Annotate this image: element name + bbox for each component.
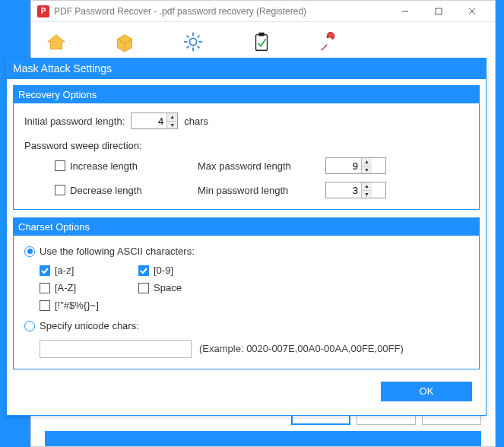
charset-options-header: Charset Options	[14, 218, 479, 236]
charset-symbols-checkbox[interactable]: [!"#$%{}~]	[40, 300, 138, 311]
min-length-stepper[interactable]: ▲▼	[325, 182, 386, 198]
max-length-label: Max password length	[198, 160, 319, 172]
dialog-title: Mask Attack Settings	[7, 59, 486, 79]
svg-marker-4	[48, 35, 65, 49]
home-icon[interactable]	[45, 30, 68, 53]
charset-upper-az-checkbox[interactable]: [A-Z]	[40, 282, 138, 293]
toolbar	[31, 22, 495, 57]
max-length-stepper[interactable]: ▲▼	[325, 157, 386, 174]
max-length-spinner[interactable]: ▲▼	[361, 158, 372, 173]
initial-length-spinner[interactable]: ▲▼	[166, 113, 177, 128]
recovery-options-panel: Recovery Options Initial password length…	[13, 85, 480, 210]
ascii-radio[interactable]: Use the following ASCII characters:	[24, 246, 195, 257]
min-length-input[interactable]	[326, 182, 361, 198]
ascii-radio-label: Use the following ASCII characters:	[40, 246, 195, 257]
svg-rect-1	[436, 8, 442, 14]
charset-az-label: [a-z]	[55, 265, 74, 276]
initial-length-label: Initial password length:	[24, 116, 125, 127]
progress-bar	[45, 431, 481, 446]
spin-up-icon[interactable]: ▲	[167, 113, 177, 122]
unicode-radio-label: Specify unicode chars:	[40, 320, 139, 331]
app-icon: P	[37, 5, 49, 17]
box-icon[interactable]	[113, 30, 136, 53]
window-title: PDF Password Recover - .pdf password rec…	[54, 6, 388, 17]
decrease-length-checkbox[interactable]: Decrease length	[55, 185, 192, 196]
initial-length-row: Initial password length: ▲▼ chars	[24, 113, 468, 129]
min-length-label: Min password length	[198, 185, 319, 196]
close-button[interactable]	[455, 1, 489, 22]
svg-line-16	[198, 36, 200, 38]
charset-symbols-label: [!"#$%{}~]	[55, 300, 99, 311]
recovery-options-header: Recovery Options	[14, 86, 479, 103]
chars-suffix: chars	[184, 116, 208, 127]
increase-length-label: Increase length	[70, 160, 138, 172]
increase-length-checkbox[interactable]: Increase length	[55, 160, 192, 172]
svg-line-15	[198, 46, 200, 49]
charset-space-checkbox[interactable]: Space	[138, 282, 237, 293]
sweep-label: Password sweep direction:	[24, 140, 468, 151]
minimize-button[interactable]	[388, 1, 422, 22]
ok-button[interactable]: OK	[381, 382, 472, 401]
charset-09-label: [0-9]	[154, 265, 173, 276]
spin-up-icon[interactable]: ▲	[362, 182, 372, 191]
mask-attack-dialog: Mask Attack Settings Recovery Options In…	[6, 58, 487, 416]
svg-rect-19	[258, 33, 265, 36]
svg-rect-18	[256, 35, 268, 51]
spin-down-icon[interactable]: ▼	[362, 166, 372, 174]
titlebar: P PDF Password Recover - .pdf password r…	[31, 1, 495, 22]
unicode-radio[interactable]: Specify unicode chars:	[24, 320, 139, 331]
charset-options-panel: Charset Options Use the following ASCII …	[13, 217, 480, 369]
max-length-input[interactable]	[326, 158, 361, 173]
unicode-example: (Example: 0020-007E,00A0-00AA,00FE,00FF)	[199, 343, 404, 354]
unicode-input[interactable]	[40, 340, 192, 358]
svg-line-17	[187, 46, 189, 49]
spin-up-icon[interactable]: ▲	[362, 158, 372, 166]
wrench-icon[interactable]	[319, 30, 341, 53]
charset-space-label: Space	[154, 282, 182, 293]
decrease-length-label: Decrease length	[70, 185, 142, 196]
clipboard-icon[interactable]	[250, 30, 273, 53]
maximize-button[interactable]	[422, 1, 455, 22]
spin-down-icon[interactable]: ▼	[362, 191, 372, 198]
initial-length-input[interactable]	[132, 113, 166, 128]
svg-point-9	[189, 38, 196, 45]
charset-upper-az-label: [A-Z]	[55, 282, 76, 293]
gear-icon[interactable]	[182, 30, 204, 53]
min-length-spinner[interactable]: ▲▼	[361, 182, 372, 198]
spin-down-icon[interactable]: ▼	[167, 122, 177, 129]
initial-length-stepper[interactable]: ▲▼	[131, 113, 178, 129]
charset-az-checkbox[interactable]: [a-z]	[40, 265, 138, 276]
charset-09-checkbox[interactable]: [0-9]	[138, 265, 237, 276]
svg-line-14	[187, 36, 189, 38]
